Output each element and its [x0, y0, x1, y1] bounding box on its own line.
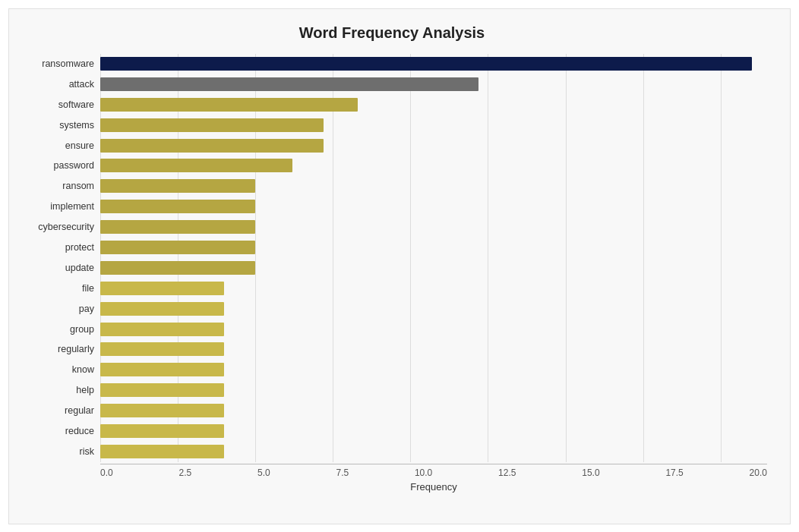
bar	[100, 323, 224, 336]
bar	[100, 139, 324, 153]
y-label: software	[58, 95, 94, 115]
y-label: update	[65, 258, 94, 278]
bar-row	[100, 258, 767, 278]
x-tick-label: 20.0	[750, 467, 767, 478]
bar-row	[100, 442, 767, 461]
bar	[100, 424, 224, 438]
bar	[100, 179, 255, 193]
y-label: implement	[50, 197, 94, 216]
bar-row	[100, 197, 767, 216]
bar-row	[100, 54, 767, 74]
bar	[100, 57, 752, 71]
y-label: pay	[79, 299, 94, 319]
y-label: reduce	[65, 421, 94, 441]
bar	[100, 302, 224, 316]
chart-title: Word Frequency Analysis	[17, 24, 767, 42]
x-tick-label: 15.0	[582, 467, 599, 478]
y-label: ensure	[65, 136, 94, 156]
bar	[100, 282, 224, 295]
bar-row	[100, 74, 767, 94]
y-label: regularly	[58, 339, 94, 359]
y-label: cybersecurity	[38, 217, 94, 237]
bar	[100, 261, 255, 275]
bar-row	[100, 136, 767, 156]
y-label: attack	[69, 74, 94, 94]
bar-row	[100, 217, 767, 237]
x-tick-label: 10.0	[415, 467, 432, 478]
bar-row	[100, 115, 767, 135]
bar	[100, 241, 255, 254]
bar-row	[100, 238, 767, 257]
bar	[100, 363, 224, 376]
bar	[100, 404, 224, 417]
bar-row	[100, 401, 767, 420]
bar-row	[100, 380, 767, 400]
y-label: regular	[65, 401, 94, 420]
x-axis: 0.02.55.07.510.012.515.017.520.0 Frequen…	[100, 464, 767, 493]
bar-row	[100, 299, 767, 319]
bar-row	[100, 320, 767, 339]
y-label: password	[54, 156, 95, 175]
bar	[100, 159, 292, 172]
bar	[100, 77, 478, 91]
bar-row	[100, 279, 767, 298]
y-label: help	[76, 380, 94, 400]
bar	[100, 118, 324, 132]
bar	[100, 342, 224, 356]
y-label: know	[72, 360, 94, 379]
y-label: group	[70, 320, 94, 339]
bar-row	[100, 95, 767, 115]
y-label: risk	[80, 442, 94, 461]
chart-area: ransomwareattacksoftwaresystemsensurepas…	[17, 54, 767, 462]
bar	[100, 200, 255, 213]
y-label: protect	[65, 238, 94, 257]
bar	[100, 98, 358, 112]
x-ticks: 0.02.55.07.510.012.515.017.520.0	[100, 464, 767, 478]
bar-row	[100, 421, 767, 441]
y-label: systems	[59, 115, 94, 135]
x-tick-label: 7.5	[336, 467, 349, 478]
bar-row	[100, 176, 767, 196]
bar	[100, 220, 255, 234]
bar	[100, 445, 224, 458]
x-tick-label: 12.5	[498, 467, 516, 478]
x-axis-label: Frequency	[100, 481, 767, 493]
x-tick-label: 17.5	[665, 467, 683, 478]
bar-row	[100, 360, 767, 379]
x-tick-label: 2.5	[178, 467, 191, 478]
bar	[100, 383, 224, 397]
bars-and-grid: 0.02.55.07.510.012.515.017.520.0 Frequen…	[100, 54, 767, 462]
x-tick-label: 5.0	[257, 467, 270, 478]
bar-row	[100, 339, 767, 359]
y-label: file	[82, 279, 94, 298]
bar-row	[100, 156, 767, 175]
y-label: ransom	[62, 176, 94, 196]
y-axis: ransomwareattacksoftwaresystemsensurepas…	[17, 54, 100, 462]
x-tick-label: 0.0	[100, 467, 113, 478]
chart-container: Word Frequency Analysis ransomwareattack…	[8, 8, 791, 524]
y-label: ransomware	[42, 54, 94, 74]
